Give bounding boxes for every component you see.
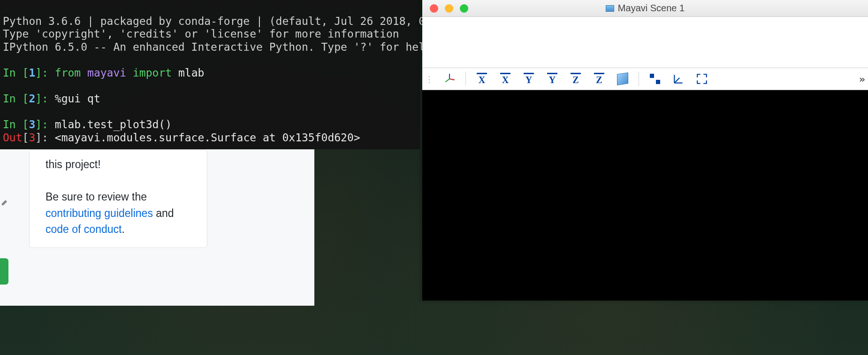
prompt-in: In [: [3, 118, 29, 131]
view-x-neg-button[interactable]: X: [498, 71, 513, 86]
x-pos-icon: X: [477, 73, 487, 85]
code-of-conduct-link[interactable]: code of conduct: [46, 223, 122, 235]
prompt-num: 3: [29, 118, 35, 131]
y-pos-icon: Y: [524, 73, 534, 85]
parallel-icon: [650, 74, 660, 84]
view-x-pos-button[interactable]: X: [474, 71, 489, 86]
mayavi-viewport[interactable]: [422, 90, 868, 301]
svg-line-1: [445, 79, 449, 82]
toolbar-overflow-button[interactable]: »: [859, 73, 865, 85]
titlebar[interactable]: Mayavi Scene 1: [422, 0, 868, 17]
kw-import: import: [133, 67, 172, 79]
kw-from: from: [55, 67, 81, 79]
banner-line: IPython 6.5.0 -- An enhanced Interactive…: [3, 41, 438, 53]
terminal-window[interactable]: Python 3.6.6 | packaged by conda-forge |…: [0, 0, 420, 149]
prompt-out: Out: [3, 131, 23, 144]
show-axes-button[interactable]: [671, 71, 686, 86]
prompt-in: ]:: [35, 93, 55, 105]
view-z-neg-button[interactable]: Z: [592, 71, 607, 86]
svg-line-0: [449, 79, 455, 80]
banner-line: Python 3.6.6 | packaged by conda-forge |…: [3, 15, 477, 27]
pencil-icon: [1, 200, 8, 206]
y-neg-icon: Y: [547, 73, 557, 85]
window-title-text: Mayavi Scene 1: [618, 3, 685, 14]
toolbar-separator: [465, 72, 466, 86]
scene-icon: [606, 5, 614, 12]
code: mlab: [172, 67, 204, 79]
toolbar-handle[interactable]: ⋮: [425, 74, 434, 84]
svg-line-5: [674, 78, 679, 83]
triad-icon[interactable]: [442, 71, 457, 86]
iso-cube-icon: [617, 72, 628, 85]
code: %gui qt: [55, 93, 100, 105]
code: mlab.test_plot3d(): [55, 118, 172, 131]
prompt-in: ]:: [35, 118, 55, 131]
minimize-button[interactable]: [445, 4, 453, 13]
green-button-fragment[interactable]: [0, 258, 8, 285]
toolbar-separator: [639, 72, 639, 86]
view-y-neg-button[interactable]: Y: [545, 71, 560, 86]
isometric-view-button[interactable]: [615, 71, 630, 86]
window-title: Mayavi Scene 1: [422, 3, 868, 14]
z-neg-icon: Z: [594, 73, 604, 85]
prompt-in: ]:: [35, 67, 55, 79]
prompt-in: In [: [3, 93, 29, 105]
mayavi-toolbar: ⋮ X X Y Y Z Z: [422, 68, 868, 90]
mayavi-blank-area: [422, 17, 868, 68]
output-text: <mayavi.modules.surface.Surface at 0x135…: [55, 131, 360, 144]
zoom-button[interactable]: [460, 4, 468, 13]
window-controls: [430, 4, 468, 13]
z-pos-icon: Z: [571, 73, 581, 85]
prompt-num: 1: [29, 67, 35, 79]
view-y-pos-button[interactable]: Y: [521, 71, 536, 86]
parallel-projection-button[interactable]: [647, 71, 662, 86]
prompt-out-num: 3: [29, 131, 35, 144]
prompt-in: In [: [3, 67, 29, 79]
card-text: .: [122, 223, 124, 235]
contributing-link[interactable]: contributing guidelines: [46, 207, 153, 219]
info-card: this project! Be sure to review the cont…: [29, 149, 207, 248]
card-text: Be sure to review the: [46, 191, 147, 203]
banner-line: Type 'copyright', 'credits' or 'license'…: [3, 28, 399, 40]
module: mayavi: [87, 67, 126, 79]
card-text: and: [153, 207, 174, 219]
card-text: this project!: [46, 158, 101, 170]
view-z-pos-button[interactable]: Z: [568, 71, 583, 86]
mayavi-window[interactable]: Mayavi Scene 1 ⋮ X X Y Y Z Z: [422, 0, 868, 301]
x-neg-icon: X: [500, 73, 510, 85]
prompt-num: 2: [29, 93, 35, 105]
fullscreen-button[interactable]: [694, 71, 709, 86]
close-button[interactable]: [430, 4, 438, 13]
